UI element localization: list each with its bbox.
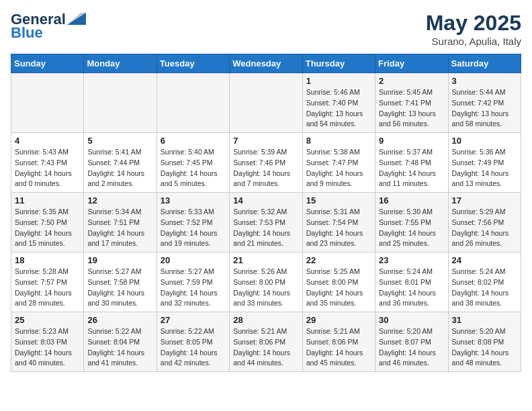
day-number: 13 (161, 195, 226, 205)
day-cell: 26Sunrise: 5:22 AMSunset: 8:04 PMDayligh… (84, 312, 157, 372)
day-info-text: Daylight: 14 hours (161, 169, 226, 179)
day-info-text: and 54 minutes. (306, 119, 371, 130)
day-info-text: Sunset: 7:55 PM (379, 218, 444, 228)
day-number: 8 (306, 136, 371, 146)
day-info-text: Sunrise: 5:24 AM (452, 267, 517, 277)
day-info-text: and 38 minutes. (452, 298, 517, 309)
day-info-text: Daylight: 14 hours (233, 169, 298, 179)
day-info-text: Daylight: 14 hours (87, 288, 152, 299)
day-cell: 22Sunrise: 5:25 AMSunset: 8:00 PMDayligh… (302, 253, 375, 312)
day-cell (230, 73, 302, 133)
day-info-text: Sunset: 8:02 PM (452, 277, 517, 288)
day-info-text: and 56 minutes. (379, 119, 444, 130)
page-header: General Blue May 2025 Surano, Apulia, It… (11, 11, 521, 47)
day-info-text: Sunrise: 5:38 AM (306, 147, 371, 158)
day-info-text: Daylight: 14 hours (87, 169, 152, 179)
day-cell: 11Sunrise: 5:35 AMSunset: 7:50 PMDayligh… (11, 193, 84, 253)
day-info-text: Daylight: 14 hours (161, 348, 226, 359)
day-number: 15 (306, 195, 371, 205)
day-info-text: Sunrise: 5:40 AM (161, 147, 226, 158)
week-row-5: 25Sunrise: 5:23 AMSunset: 8:03 PMDayligh… (11, 312, 521, 372)
day-info-text: Sunrise: 5:28 AM (15, 267, 80, 277)
day-info-text: Sunrise: 5:21 AM (306, 326, 371, 337)
day-info-text: and 13 minutes. (452, 179, 517, 189)
day-cell (84, 73, 157, 133)
day-number: 5 (87, 136, 152, 146)
day-cell: 13Sunrise: 5:33 AMSunset: 7:52 PMDayligh… (157, 193, 229, 253)
day-number: 7 (233, 136, 298, 146)
day-info-text: and 33 minutes. (233, 298, 298, 309)
day-info-text: Sunrise: 5:29 AM (452, 207, 517, 218)
day-info-text: Daylight: 13 hours (379, 109, 444, 120)
day-number: 29 (306, 315, 371, 325)
day-info-text: Daylight: 14 hours (15, 228, 80, 239)
day-info-text: Sunset: 7:57 PM (15, 277, 80, 288)
day-cell: 16Sunrise: 5:30 AMSunset: 7:55 PMDayligh… (375, 193, 448, 253)
day-info-text: Sunset: 8:01 PM (379, 277, 444, 288)
day-info-text: Daylight: 14 hours (306, 288, 371, 299)
day-info-text: Sunset: 7:41 PM (379, 98, 444, 109)
day-cell: 18Sunrise: 5:28 AMSunset: 7:57 PMDayligh… (11, 253, 84, 312)
day-cell: 28Sunrise: 5:21 AMSunset: 8:06 PMDayligh… (230, 312, 302, 372)
day-cell: 23Sunrise: 5:24 AMSunset: 8:01 PMDayligh… (375, 253, 448, 312)
day-cell: 29Sunrise: 5:21 AMSunset: 8:06 PMDayligh… (302, 312, 375, 372)
day-number: 12 (87, 195, 152, 205)
day-info-text: Sunset: 8:07 PM (379, 337, 444, 348)
day-number: 1 (306, 76, 371, 86)
day-header-thursday: Thursday (302, 54, 375, 73)
day-info-text: and 2 minutes. (87, 179, 152, 189)
day-info-text: Daylight: 14 hours (306, 348, 371, 359)
day-info-text: and 5 minutes. (161, 179, 226, 189)
day-number: 24 (452, 255, 517, 265)
day-cell: 20Sunrise: 5:27 AMSunset: 7:59 PMDayligh… (157, 253, 229, 312)
day-cell: 6Sunrise: 5:40 AMSunset: 7:45 PMDaylight… (157, 133, 229, 193)
day-info-text: Daylight: 14 hours (306, 169, 371, 179)
day-cell: 19Sunrise: 5:27 AMSunset: 7:58 PMDayligh… (84, 253, 157, 312)
day-info-text: and 42 minutes. (161, 358, 226, 369)
day-info-text: Daylight: 14 hours (233, 288, 298, 299)
day-info-text: Sunset: 8:05 PM (161, 337, 226, 348)
day-number: 18 (15, 255, 80, 265)
title-block: May 2025 Surano, Apulia, Italy (426, 11, 521, 47)
day-info-text: Daylight: 14 hours (15, 169, 80, 179)
day-info-text: Sunset: 8:06 PM (306, 337, 371, 348)
day-info-text: Daylight: 14 hours (452, 169, 517, 179)
week-row-2: 4Sunrise: 5:43 AMSunset: 7:43 PMDaylight… (11, 133, 521, 193)
day-number: 20 (161, 255, 226, 265)
day-info-text: Sunrise: 5:23 AM (15, 326, 80, 337)
day-info-text: Daylight: 14 hours (161, 228, 226, 239)
logo: General Blue (11, 11, 86, 42)
day-cell: 10Sunrise: 5:36 AMSunset: 7:49 PMDayligh… (448, 133, 521, 193)
day-cell: 2Sunrise: 5:45 AMSunset: 7:41 PMDaylight… (375, 73, 448, 133)
day-info-text: Sunrise: 5:32 AM (233, 207, 298, 218)
logo-icon (67, 13, 86, 25)
day-number: 21 (233, 255, 298, 265)
day-info-text: Daylight: 13 hours (306, 109, 371, 120)
day-info-text: Sunrise: 5:36 AM (452, 147, 517, 158)
day-number: 19 (87, 255, 152, 265)
day-info-text: Sunset: 7:44 PM (87, 158, 152, 169)
day-info-text: Sunrise: 5:44 AM (452, 87, 517, 98)
day-number: 17 (452, 195, 517, 205)
day-info-text: and 11 minutes. (379, 179, 444, 189)
day-info-text: Sunrise: 5:43 AM (15, 147, 80, 158)
day-cell: 15Sunrise: 5:31 AMSunset: 7:54 PMDayligh… (302, 193, 375, 253)
day-info-text: Sunrise: 5:35 AM (15, 207, 80, 218)
day-info-text: and 28 minutes. (15, 298, 80, 309)
day-cell (11, 73, 84, 133)
days-header-row: SundayMondayTuesdayWednesdayThursdayFrid… (11, 54, 521, 73)
day-info-text: and 0 minutes. (15, 179, 80, 189)
day-info-text: Sunrise: 5:34 AM (87, 207, 152, 218)
day-number: 2 (379, 76, 444, 86)
day-info-text: Daylight: 14 hours (379, 169, 444, 179)
day-header-wednesday: Wednesday (230, 54, 302, 73)
calendar-body: 1Sunrise: 5:46 AMSunset: 7:40 PMDaylight… (11, 73, 521, 372)
calendar-table: SundayMondayTuesdayWednesdayThursdayFrid… (11, 54, 521, 372)
day-info-text: Sunset: 7:59 PM (161, 277, 226, 288)
day-info-text: Sunset: 7:47 PM (306, 158, 371, 169)
day-info-text: Sunset: 8:03 PM (15, 337, 80, 348)
day-cell: 3Sunrise: 5:44 AMSunset: 7:42 PMDaylight… (448, 73, 521, 133)
day-info-text: Daylight: 14 hours (87, 348, 152, 359)
day-info-text: Sunrise: 5:27 AM (161, 267, 226, 277)
day-info-text: Sunrise: 5:45 AM (379, 87, 444, 98)
